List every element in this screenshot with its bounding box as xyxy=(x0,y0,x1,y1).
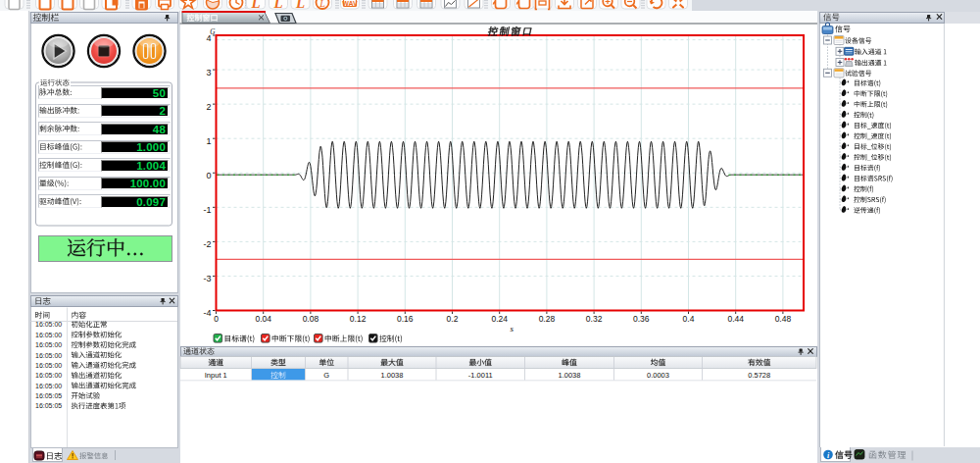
svg-text:0.5728: 0.5728 xyxy=(748,371,770,380)
svg-text:-1.0011: -1.0011 xyxy=(468,371,493,380)
svg-text:0.12: 0.12 xyxy=(350,314,367,324)
svg-text:L: L xyxy=(272,0,282,11)
svg-text:0.2: 0.2 xyxy=(447,314,459,324)
svg-text:16:05:00: 16:05:00 xyxy=(35,362,62,369)
svg-text:G: G xyxy=(323,371,329,380)
svg-text:-1: -1 xyxy=(203,205,211,215)
svg-text:0.16: 0.16 xyxy=(397,314,414,324)
svg-text:16:05:00: 16:05:00 xyxy=(35,383,62,389)
svg-text:WAV: WAV xyxy=(342,0,358,7)
svg-text:16:05:05: 16:05:05 xyxy=(35,392,62,399)
svg-text:0.08: 0.08 xyxy=(303,314,319,324)
svg-text:0.04: 0.04 xyxy=(255,314,271,324)
svg-text:-4: -4 xyxy=(203,308,211,318)
svg-text:s: s xyxy=(510,324,514,334)
svg-text:16:05:00: 16:05:00 xyxy=(35,352,62,359)
svg-text:2: 2 xyxy=(206,102,211,112)
svg-text:3: 3 xyxy=(206,68,211,77)
svg-text:16:05:00: 16:05:00 xyxy=(35,332,62,338)
svg-text:Input 1: Input 1 xyxy=(205,371,227,380)
svg-text:16:05:00: 16:05:00 xyxy=(35,341,62,348)
svg-text:L: L xyxy=(318,0,325,9)
svg-text:0.48: 0.48 xyxy=(775,314,792,324)
svg-text:0.24: 0.24 xyxy=(491,314,508,324)
svg-text:1.0038: 1.0038 xyxy=(381,371,404,380)
svg-text:16:05:05: 16:05:05 xyxy=(35,402,62,409)
svg-text:16:05:00: 16:05:00 xyxy=(35,372,62,379)
svg-text:0: 0 xyxy=(206,171,211,180)
svg-text:0.0003: 0.0003 xyxy=(647,371,669,380)
svg-text:1.0038: 1.0038 xyxy=(559,371,581,380)
svg-text:0: 0 xyxy=(214,314,219,324)
svg-text:0.28: 0.28 xyxy=(539,314,556,324)
svg-text:0.4: 0.4 xyxy=(683,314,695,324)
svg-text:-3: -3 xyxy=(203,274,211,283)
svg-text:L: L xyxy=(250,0,260,11)
svg-text:0.32: 0.32 xyxy=(586,314,603,324)
svg-text:-2: -2 xyxy=(203,239,211,249)
svg-text:L: L xyxy=(295,0,305,11)
svg-text:16:05:00: 16:05:00 xyxy=(35,321,62,328)
svg-text:G: G xyxy=(210,28,216,36)
svg-text:0.44: 0.44 xyxy=(727,314,744,324)
svg-text:0.36: 0.36 xyxy=(633,314,650,324)
svg-text:1: 1 xyxy=(206,136,211,146)
